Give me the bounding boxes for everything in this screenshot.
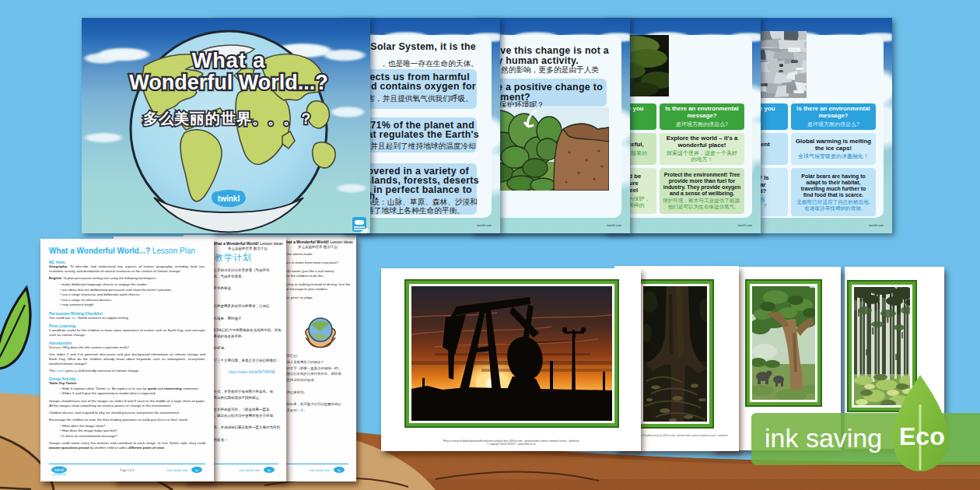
svg-text:What a: What a — [192, 49, 266, 72]
svg-text:tw: tw — [195, 468, 198, 472]
svg-text:visit twinkl.com: visit twinkl.com — [52, 473, 65, 476]
svg-text:twinkl: twinkl — [218, 194, 240, 203]
svg-text:tw: tw — [268, 468, 271, 472]
svg-text:tw: tw — [338, 468, 341, 472]
svg-text:Wonderful World...?: Wonderful World...? — [129, 71, 327, 94]
svg-text:多么美丽的世界。。。？: 多么美丽的世界。。。？ — [143, 110, 314, 127]
